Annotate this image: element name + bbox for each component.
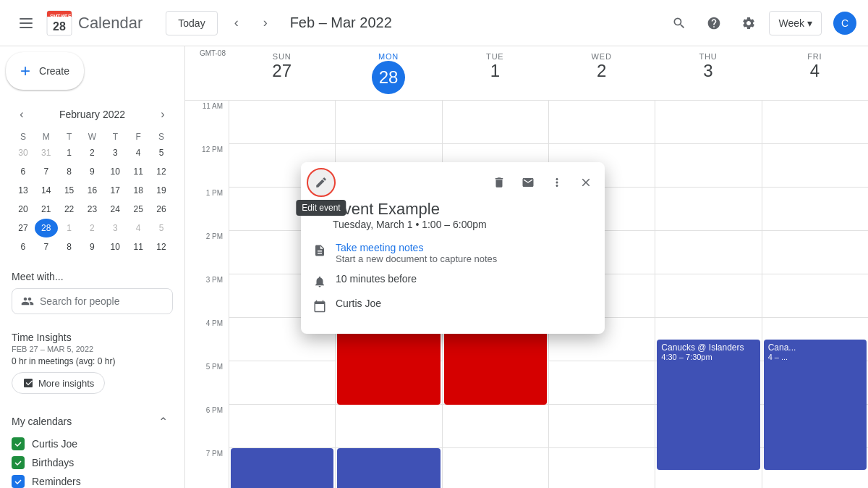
day-header-thu: THU 3	[655, 46, 761, 100]
mini-cal-day[interactable]: 1	[58, 219, 81, 237]
more-insights-button[interactable]: More insights	[12, 372, 105, 394]
popup-event-info: Event Example Tuesday, March 1 • 1:00 – …	[333, 200, 487, 230]
search-people-input[interactable]: Search for people	[12, 288, 173, 314]
search-button[interactable]	[665, 9, 694, 38]
mini-cal-day[interactable]: 25	[127, 200, 150, 219]
popup-meeting-notes-row: Take meeting notes Start a new document …	[312, 242, 593, 264]
mini-cal-day[interactable]: 21	[35, 200, 58, 219]
prev-button[interactable]: ‹	[224, 10, 250, 36]
mini-cal-day[interactable]: 19	[150, 181, 173, 200]
mini-cal-day[interactable]: 6	[12, 162, 35, 181]
mini-cal-day[interactable]: 28	[35, 219, 58, 237]
meeting-notes-link[interactable]: Take meeting notes	[336, 242, 497, 253]
mini-cal-prev[interactable]: ‹	[12, 104, 32, 125]
mini-cal-day[interactable]: 18	[127, 181, 150, 200]
mini-cal-day[interactable]: 5	[150, 219, 173, 237]
mini-cal-day[interactable]: 13	[12, 181, 35, 200]
today-button[interactable]: Today	[166, 11, 217, 35]
mini-cal-day[interactable]: 31	[35, 143, 58, 162]
email-event-button[interactable]	[515, 169, 541, 195]
calendar-owner-text: Curtis Joe	[336, 298, 381, 309]
mini-cal-day[interactable]: 4	[127, 219, 150, 237]
create-button[interactable]: + Create	[6, 52, 84, 90]
mini-cal-day[interactable]: 12	[150, 162, 173, 181]
cal-item-reminders[interactable]: Reminders	[12, 472, 173, 488]
my-calendars-toggle[interactable]: ⌃	[153, 411, 173, 432]
mini-cal-day[interactable]: 26	[150, 200, 173, 219]
popup-event-header: Event Example Tuesday, March 1 • 1:00 – …	[312, 200, 593, 230]
mini-cal-day[interactable]: 9	[81, 237, 104, 256]
view-selector[interactable]: Week ▾	[769, 11, 822, 35]
mini-cal-day[interactable]: 12	[150, 237, 173, 256]
mini-cal-day[interactable]: 22	[58, 200, 81, 219]
mini-cal-day[interactable]: 24	[103, 200, 127, 219]
logo: 28 S M T W T F Calendar	[46, 10, 154, 36]
more-options-button[interactable]	[544, 169, 570, 195]
mini-cal-day[interactable]: 6	[12, 237, 35, 256]
day-header-sun: SUN 27	[229, 46, 335, 100]
calendar-icon	[312, 299, 327, 314]
next-button[interactable]: ›	[252, 10, 278, 36]
cal-checkbox-reminders	[12, 475, 25, 488]
hour-line	[762, 231, 868, 274]
time-insights-section: Time Insights FEB 27 – MAR 5, 2022 0 hr …	[6, 326, 179, 400]
mini-cal-day[interactable]: 2	[81, 143, 104, 162]
mini-cal-day[interactable]: 10	[103, 162, 127, 181]
mini-cal-day[interactable]: 3	[103, 143, 127, 162]
delete-event-button[interactable]	[486, 169, 512, 195]
mini-cal-day[interactable]: 11	[127, 237, 150, 256]
mini-cal-day[interactable]: 7	[35, 162, 58, 181]
edit-event-tooltip: Edit event	[296, 200, 346, 216]
event-block[interactable]	[231, 448, 333, 488]
mini-cal-day[interactable]: 8	[58, 237, 81, 256]
mini-cal-day[interactable]: 2	[81, 219, 104, 237]
help-button[interactable]	[699, 9, 728, 38]
mini-cal-day[interactable]: 11	[127, 162, 150, 181]
hour-line	[336, 101, 441, 144]
mini-cal-day[interactable]: 27	[12, 219, 35, 237]
mini-cal-day[interactable]: 5	[150, 143, 173, 162]
popup-event-title: Event Example	[333, 200, 487, 219]
mini-cal-day[interactable]: 9	[81, 162, 104, 181]
mini-cal-day[interactable]: 23	[81, 200, 104, 219]
mini-cal-day[interactable]: 7	[35, 237, 58, 256]
settings-button[interactable]	[734, 9, 763, 38]
day-header-mon: MON 28	[335, 46, 441, 100]
mini-cal-day[interactable]: 17	[103, 181, 127, 200]
my-calendars-header: My calendars ⌃	[12, 411, 173, 432]
menu-button[interactable]	[12, 9, 41, 38]
cal-item-curtisjo[interactable]: Curtis Joe	[12, 434, 173, 453]
mini-cal-title: February 2022	[59, 109, 125, 120]
main-layout: + Create ‹ February 2022 › SMTWTFS 30311…	[0, 46, 868, 488]
header: 28 S M T W T F Calendar Today ‹ › Feb – …	[0, 0, 868, 46]
mini-cal-day[interactable]: 20	[12, 200, 35, 219]
people-icon	[21, 295, 34, 308]
edit-event-button[interactable]	[307, 168, 336, 197]
hour-line	[762, 274, 868, 318]
cal-item-birthdays[interactable]: Birthdays	[12, 453, 173, 472]
time-label: 4 PM	[185, 318, 229, 361]
close-popup-button[interactable]	[573, 169, 599, 195]
mini-cal-day[interactable]: 15	[58, 181, 81, 200]
user-avatar[interactable]: C	[833, 12, 856, 35]
mini-cal-day[interactable]: 4	[127, 143, 150, 162]
mini-cal-day[interactable]: 3	[103, 219, 127, 237]
mini-cal-day[interactable]: 14	[35, 181, 58, 200]
nav-arrows: ‹ ›	[224, 10, 278, 36]
svg-text:28: 28	[53, 20, 66, 33]
mini-cal-day[interactable]: 8	[58, 162, 81, 181]
event-block[interactable]: Cana...4 – ...	[764, 340, 867, 470]
hour-line	[655, 231, 761, 274]
mini-cal-next[interactable]: ›	[153, 104, 173, 125]
time-insights-range: FEB 27 – MAR 5, 2022	[12, 345, 173, 353]
event-block[interactable]	[337, 448, 440, 488]
hour-line	[762, 188, 868, 231]
mini-cal-day[interactable]: 1	[58, 143, 81, 162]
event-block[interactable]: Canucks @ Islanders4:30 – 7:30pm	[657, 340, 760, 470]
mini-cal-day[interactable]: 10	[103, 237, 127, 256]
event-popup[interactable]: Edit event	[301, 162, 605, 334]
insights-icon	[22, 377, 34, 389]
mini-cal-day[interactable]: 30	[12, 143, 35, 162]
reminder-text: 10 minutes before	[336, 273, 417, 285]
mini-cal-day[interactable]: 16	[81, 181, 104, 200]
